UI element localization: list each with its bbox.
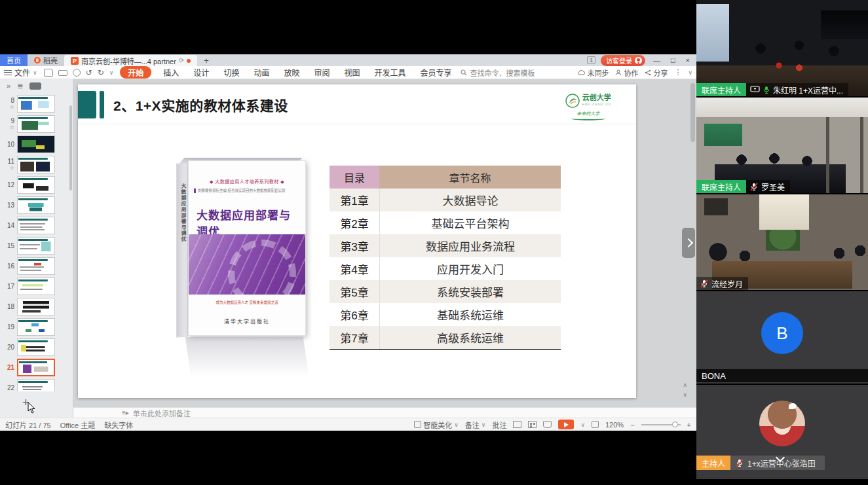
slide-sorter-view-icon[interactable] <box>528 421 537 428</box>
file-menu[interactable]: 文件∨ <box>4 67 37 78</box>
thumbnail-slide-19[interactable]: 19 <box>0 317 69 337</box>
slide-view-icon[interactable] <box>29 82 41 90</box>
participant-tile-2[interactable]: 联席主持人 罗圣美 <box>696 98 868 193</box>
ribbon-tab-animation[interactable]: 动画 <box>251 66 272 79</box>
zoom-out-button[interactable]: − <box>630 421 634 429</box>
video-panel-expand-handle[interactable] <box>682 228 695 258</box>
thumbnail-scrollbar[interactable] <box>69 105 72 190</box>
minimize-button[interactable]: — <box>651 56 663 64</box>
wps-workspace: » ≣ 8☆ 9☆ 10 11☆ 12 13 14 15 16 17 18 19 <box>0 79 696 418</box>
participant-tile-3[interactable]: 流经岁月 <box>696 194 868 290</box>
zoom-level[interactable]: 120% <box>605 421 624 429</box>
canvas-column: 2、1+X实施的教材体系建设 云创大学 edu.cstor.cn 未来的大学 <box>73 79 696 418</box>
redo-icon[interactable]: ↻ <box>98 68 104 77</box>
ribbon-tab-devtools[interactable]: 开发工具 <box>371 66 408 79</box>
thumbnail-slide-20[interactable]: 20 <box>0 337 69 357</box>
thumbnail-slide-15[interactable]: 15 <box>0 236 69 256</box>
canvas-scrollbar[interactable] <box>690 83 695 142</box>
ribbon-tab-design[interactable]: 设计 <box>191 66 212 79</box>
menu-right-actions: 未同步 协作 分享 ⋮ ∨ <box>577 67 692 78</box>
ribbon-tabs: 开始 插入 设计 切换 动画 放映 审阅 视图 开发工具 会员专享 <box>120 66 454 79</box>
thumbnail-slide-13[interactable]: 13 <box>0 195 69 215</box>
command-search[interactable]: 查找命令、搜索模板 <box>461 67 535 78</box>
thumbnail-slide-14[interactable]: 14 <box>0 215 69 236</box>
thumb-preview <box>17 318 55 336</box>
normal-view-icon[interactable] <box>513 421 521 428</box>
thumbnail-slide-11[interactable]: 11☆ <box>0 154 69 175</box>
ribbon-tab-home[interactable]: 开始 <box>120 66 151 79</box>
logo-brand-text: 云创大学 <box>582 94 611 101</box>
thumb-preview <box>17 115 55 133</box>
tab-document[interactable]: P 南京云创-华博特—...4 partner ⟳ <box>64 55 197 66</box>
ribbon-collapse-icon[interactable]: ∨ <box>688 69 692 76</box>
mic-muted-icon <box>736 459 744 467</box>
smart-beautify-button[interactable]: 智能美化∨ <box>414 420 459 430</box>
thumb-number: 12 <box>7 182 14 189</box>
thumbnail-slide-9[interactable]: 9☆ <box>0 114 69 134</box>
fit-slide-icon[interactable] <box>592 421 599 428</box>
brand-logo: 云创大学 edu.cstor.cn 未来的大学 <box>565 94 611 120</box>
thumb-number: 9 <box>10 118 14 124</box>
ribbon-tab-member[interactable]: 会员专享 <box>417 66 454 79</box>
thumbnail-slide-8[interactable]: 8☆ <box>0 94 69 114</box>
outline-view-icon[interactable]: ≣ <box>17 82 23 90</box>
slide-canvas[interactable]: 2、1+X实施的教材体系建设 云创大学 edu.cstor.cn 未来的大学 <box>73 79 696 407</box>
notes-bar[interactable]: ≡▸ 单击此处添加备注 <box>73 407 696 418</box>
close-button[interactable]: × <box>683 56 692 64</box>
restore-button[interactable]: □ <box>668 56 678 64</box>
theme-name[interactable]: Office 主题 <box>60 420 96 430</box>
share-button[interactable]: 分享 <box>645 67 668 78</box>
collapse-videos-chevron-icon[interactable] <box>776 453 784 461</box>
window-count-badge[interactable]: 1 <box>587 56 595 64</box>
participant-tile-1[interactable]: 联席主持人 朱红明 1+X运营中... <box>696 0 868 96</box>
next-slide-button[interactable]: ∨ <box>683 392 687 398</box>
panel-collapse-icon[interactable]: » <box>7 82 10 90</box>
comments-button[interactable]: 批注 <box>492 420 506 430</box>
slideshow-play-button[interactable] <box>558 420 574 429</box>
anime-avatar <box>759 401 805 446</box>
reading-view-icon[interactable] <box>543 421 552 428</box>
missing-fonts-warning[interactable]: 缺失字体 <box>104 420 133 430</box>
undo-icon[interactable]: ↺ <box>86 68 92 77</box>
ribbon-tab-transition[interactable]: 切换 <box>221 66 242 79</box>
collaborate-button[interactable]: 协作 <box>615 67 638 78</box>
tab-home[interactable]: 首页 <box>0 54 28 66</box>
thumbnail-slide-12[interactable]: 12 <box>0 175 69 195</box>
docer-flame-icon <box>34 57 41 63</box>
ribbon-tab-view[interactable]: 视图 <box>341 66 362 79</box>
sync-status[interactable]: 未同步 <box>577 67 609 78</box>
toc-cell: 第2章 <box>330 211 379 234</box>
tab-home-label: 首页 <box>7 55 21 65</box>
save-icon[interactable] <box>44 69 53 77</box>
ribbon-tab-insert[interactable]: 插入 <box>160 66 181 79</box>
slide-21[interactable]: 2、1+X实施的教材体系建设 云创大学 edu.cstor.cn 未来的大学 <box>78 84 636 398</box>
thumbnail-slide-16[interactable]: 16 <box>0 256 69 276</box>
guest-login-badge[interactable]: 访客登录 <box>601 55 645 66</box>
quickbar-caret-icon[interactable]: ∨ <box>109 69 114 76</box>
thumbnail-slide-21-selected[interactable]: 21 <box>0 357 69 378</box>
participant-tile-4[interactable]: B BONA <box>696 291 868 384</box>
thumb-preview <box>17 359 55 376</box>
zoom-knob[interactable] <box>672 422 678 427</box>
notes-toggle-button[interactable]: 备注∨ <box>465 420 486 430</box>
tab-docer[interactable]: 稻壳 <box>28 54 64 66</box>
new-tab-button[interactable]: + <box>197 54 216 66</box>
thumb-preview <box>17 379 55 391</box>
thumbnail-slide-17[interactable]: 17 <box>0 276 69 296</box>
previous-slide-button[interactable]: ∧ <box>683 382 687 388</box>
zoom-in-button[interactable]: + <box>687 421 691 429</box>
search-icon <box>461 69 467 76</box>
ribbon-tab-slideshow[interactable]: 放映 <box>281 66 302 79</box>
more-menu-icon[interactable]: ⋮ <box>674 68 681 77</box>
participant-tile-5[interactable]: 主持人 1+x运营中心张浩田 <box>696 385 868 479</box>
print-preview-icon[interactable] <box>73 69 81 77</box>
play-caret-icon[interactable]: ∨ <box>580 422 585 428</box>
ribbon-tab-review[interactable]: 审阅 <box>311 66 332 79</box>
zoom-slider[interactable] <box>641 424 681 425</box>
book-reflection <box>185 337 309 376</box>
thumbnail-slide-10[interactable]: 10 <box>0 134 69 154</box>
print-icon[interactable] <box>58 70 67 76</box>
slide-counter: 幻灯片 21 / 75 <box>5 420 51 430</box>
thumbnail-slide-18[interactable]: 18 <box>0 296 69 317</box>
thumbnail-slide-22[interactable]: 22 <box>0 378 69 391</box>
